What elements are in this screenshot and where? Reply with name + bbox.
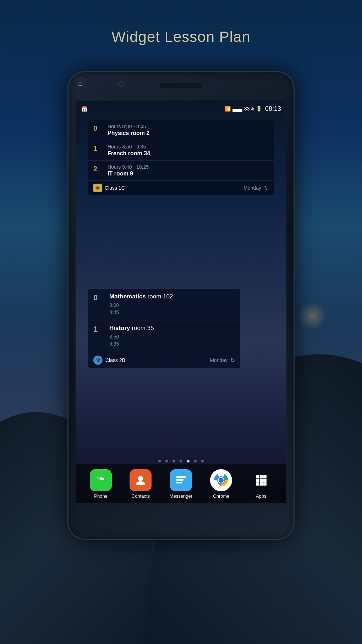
subject-rest-1: room 35 (130, 325, 154, 331)
widget2-lesson-time-1: 8:50 9:35 (109, 334, 235, 347)
phone-screen: 📅 📶 ▄▄▄ 83% 🔋 08:13 0 Hours 8:00 - 8:45 … (76, 101, 286, 503)
status-bar: 📅 📶 ▄▄▄ 83% 🔋 08:13 (76, 103, 286, 114)
svg-rect-14 (256, 482, 259, 486)
status-right: 📶 ▄▄▄ 83% 🔋 08:13 (225, 105, 281, 113)
widget2-lesson-info-0: Mathematics room 102 8:00 8:45 (109, 293, 235, 316)
svg-rect-1 (176, 476, 186, 478)
widget-2-footer-left: 🎓 Class 2B (93, 356, 125, 365)
page-dots (76, 460, 286, 462)
chrome-icon-container (210, 469, 232, 491)
time-start-0: 8:00 (109, 302, 235, 309)
day-refresh-2: Monday ↻ (210, 357, 235, 364)
dot-3[interactable] (180, 460, 182, 462)
day-label-2: Monday (210, 357, 227, 363)
time-range-1: 8:50 - 9:35 (122, 144, 146, 150)
battery-percent: 83% (244, 106, 254, 112)
svg-point-7 (219, 478, 224, 483)
dot-2[interactable] (172, 460, 175, 462)
day-refresh-1: Monday ↻ (243, 185, 269, 191)
widget-2-footer: 🎓 Class 2B Monday ↻ (88, 352, 240, 368)
svg-point-0 (138, 476, 143, 481)
time-range-0: 8:00 - 8:45 (122, 124, 146, 129)
time-start-1: 8:50 (109, 334, 235, 341)
hours-label-1: Hours (108, 144, 121, 150)
day-label-1: Monday (243, 185, 261, 191)
lesson-time-0: Hours 8:00 - 8:45 (108, 124, 269, 129)
nav-item-chrome[interactable]: Chrome (210, 469, 232, 499)
subject-rest-0: room 102 (146, 293, 173, 300)
hours-label-2: Hours (108, 164, 121, 170)
nav-item-messenger[interactable]: Messenger (170, 469, 192, 499)
phone-frame: ☰ 📅 📶 ▄▄▄ 83% 🔋 08:13 0 (67, 71, 295, 540)
lesson-number-2: 2 (93, 165, 102, 173)
svg-rect-3 (176, 482, 182, 483)
lesson-row-2: 2 Hours 9:40 - 10:25 IT room 9 (88, 161, 274, 181)
nav-item-contacts[interactable]: Contacts (130, 469, 152, 499)
phone-speaker (160, 83, 202, 88)
contacts-label: Contacts (132, 493, 150, 499)
bottom-nav: Phone Contacts (76, 464, 286, 503)
calendar-icon: 📅 (81, 106, 88, 112)
phone-volume-button (294, 143, 295, 164)
widget2-lesson-number-0: 0 (93, 293, 104, 302)
phone-power-button (294, 172, 295, 207)
lesson-time-1: Hours 8:50 - 9:35 (108, 144, 269, 150)
lesson-info-2: Hours 9:40 - 10:25 IT room 9 (108, 164, 269, 177)
lesson-row-1: 1 Hours 8:50 - 9:35 French room 34 (88, 140, 274, 161)
svg-rect-10 (263, 475, 267, 478)
chrome-icon (210, 469, 232, 491)
widget-2: 0 Mathematics room 102 8:00 8:45 1 Histo… (88, 289, 240, 368)
svg-rect-9 (260, 475, 263, 478)
widget-1-footer: 🎓 Class 1C Monday ↻ (88, 181, 274, 195)
phone-icon (94, 473, 108, 487)
widget-1: 0 Hours 8:00 - 8:45 Physics room 2 1 Hou… (88, 120, 274, 195)
status-left: 📅 (81, 105, 88, 112)
lesson-subject-1: French room 34 (108, 150, 269, 157)
widget2-lesson-time-0: 8:00 8:45 (109, 302, 235, 316)
subject-bold-0: Mathematics (109, 293, 146, 300)
lesson-info-0: Hours 8:00 - 8:45 Physics room 2 (108, 124, 269, 136)
phone-label: Phone (94, 493, 108, 499)
apps-icon (254, 473, 268, 487)
dot-5[interactable] (194, 460, 197, 462)
page-title: Widget Lesson Plan (0, 28, 362, 45)
class-name-2: Class 2B (105, 357, 125, 363)
widget2-lesson-number-1: 1 (93, 325, 104, 334)
time-end-0: 8:45 (109, 309, 235, 316)
widget-1-footer-left: 🎓 Class 1C (93, 184, 125, 192)
svg-rect-13 (263, 479, 267, 482)
wifi-icon: 📶 (225, 106, 231, 112)
widget2-lesson-row-0: 0 Mathematics room 102 8:00 8:45 (88, 289, 240, 320)
dot-0[interactable] (158, 460, 161, 462)
lesson-subject-0: Physics room 2 (108, 130, 269, 136)
svg-rect-16 (263, 482, 267, 486)
chrome-label: Chrome (213, 493, 229, 499)
moon-glow (298, 302, 327, 330)
battery-icon: 🔋 (256, 106, 262, 112)
dot-1[interactable] (165, 460, 168, 462)
svg-rect-11 (256, 479, 259, 482)
phone-icon-container (90, 469, 112, 491)
widget2-lesson-subject-0: Mathematics room 102 (109, 293, 235, 300)
nav-item-phone[interactable]: Phone (90, 469, 112, 499)
phone-camera (118, 81, 125, 87)
messenger-icon (174, 473, 188, 487)
contacts-icon-container (130, 469, 152, 491)
widget2-lesson-info-1: History room 35 8:50 9:35 (109, 325, 235, 347)
messenger-label: Messenger (170, 493, 192, 499)
svg-rect-15 (260, 482, 263, 486)
lesson-info-1: Hours 8:50 - 9:35 French room 34 (108, 144, 269, 157)
dot-4-active[interactable] (187, 460, 190, 462)
nav-item-apps[interactable]: Apps (250, 469, 272, 499)
svg-rect-8 (256, 475, 259, 478)
lesson-number-0: 0 (93, 124, 102, 132)
lesson-row-0: 0 Hours 8:00 - 8:45 Physics room 2 (88, 120, 274, 140)
signal-icon: ▄▄▄ (232, 106, 242, 112)
time-end-1: 9:35 (109, 341, 235, 348)
refresh-icon-1[interactable]: ↻ (264, 185, 269, 191)
dot-6[interactable] (201, 460, 204, 462)
class-icon-1: 🎓 (93, 184, 102, 192)
svg-rect-12 (260, 479, 263, 482)
lesson-time-2: Hours 9:40 - 10:25 (108, 164, 269, 170)
refresh-icon-2[interactable]: ↻ (230, 357, 235, 364)
